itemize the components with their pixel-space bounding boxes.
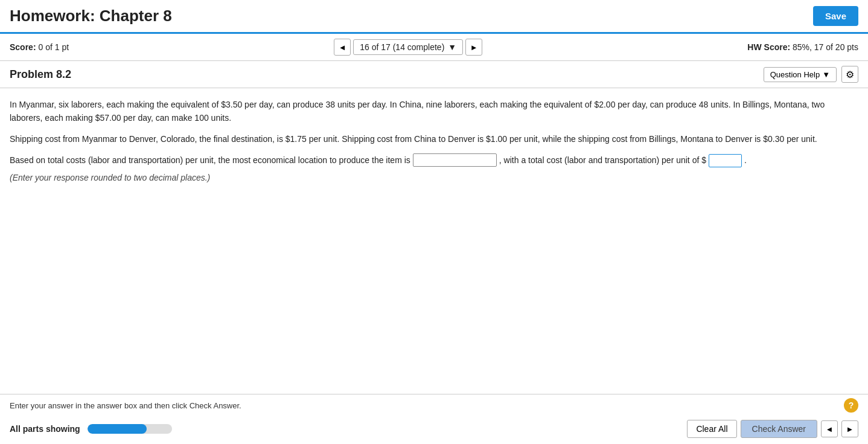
nav-label: 16 of 17 (14 complete) — [360, 42, 444, 52]
nav-controls: ◄ 16 of 17 (14 complete) ▼ ► — [334, 39, 482, 56]
problem-label: Problem 8.2 — [10, 68, 71, 81]
question-help-arrow: ▼ — [822, 70, 830, 79]
question-help-button[interactable]: Question Help ▼ — [764, 67, 837, 82]
problem-row: Problem 8.2 Question Help ▼ ⚙ — [0, 61, 868, 88]
header: Homework: Chapter 8 Save — [0, 0, 868, 34]
hw-score-display: HW Score: 85%, 17 of 20 pts — [747, 42, 858, 52]
hw-score-value: 85%, 17 of 20 pts — [793, 42, 858, 52]
nav-prev-button[interactable]: ◄ — [334, 39, 351, 56]
cost-input[interactable] — [709, 154, 742, 167]
question-help-label: Question Help — [770, 70, 820, 79]
score-row: Score: 0 of 1 pt ◄ 16 of 17 (14 complete… — [0, 34, 868, 61]
nav-dropdown-arrow: ▼ — [448, 42, 456, 52]
score-label: Score: — [10, 42, 36, 52]
location-dropdown-wrapper: Billings, Montana China Myanmar — [413, 153, 497, 168]
save-button[interactable]: Save — [813, 6, 858, 26]
page-title: Homework: Chapter 8 — [10, 7, 172, 25]
score-value: 0 of 1 pt — [38, 42, 69, 52]
hw-score-label: HW Score: — [747, 42, 790, 52]
answer-middle: , with a total cost (labor and transport… — [499, 153, 706, 168]
nav-next-button[interactable]: ► — [465, 39, 482, 56]
settings-button[interactable]: ⚙ — [841, 66, 858, 83]
answer-line: Based on total costs (labor and transpor… — [10, 153, 858, 185]
location-select[interactable]: Billings, Montana China Myanmar — [413, 153, 497, 167]
score-display: Score: 0 of 1 pt — [10, 42, 69, 52]
content-area: In Myanmar, six laborers, each making th… — [0, 88, 868, 186]
answer-italic: (Enter your response rounded to two deci… — [10, 170, 210, 185]
problem-actions: Question Help ▼ ⚙ — [764, 66, 858, 83]
paragraph-2: Shipping cost from Myanmar to Denver, Co… — [10, 132, 858, 146]
gear-icon: ⚙ — [846, 69, 854, 80]
answer-dot: . — [744, 153, 747, 168]
answer-prefix: Based on total costs (labor and transpor… — [10, 153, 410, 168]
nav-dropdown[interactable]: 16 of 17 (14 complete) ▼ — [353, 39, 463, 55]
paragraph-1: In Myanmar, six laborers, each making th… — [10, 98, 858, 125]
